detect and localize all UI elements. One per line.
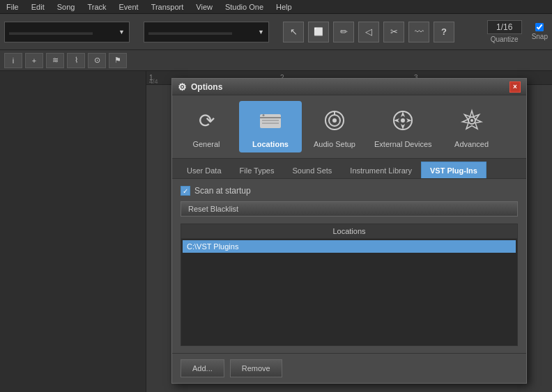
- scan-at-startup-row: ✓ Scan at startup: [181, 186, 518, 196]
- advanced-icon: [457, 105, 487, 136]
- options-dialog: ⚙ Options × ⟳ General: [171, 78, 527, 384]
- menu-track[interactable]: Track: [85, 1, 108, 13]
- toolbar: ▬▬▬▬▬▬▬▬▬▬ ▼ ▬▬▬▬▬▬▬▬▬▬ ▼ ↖ ⬜ ✏ ◁ ✂ 〰 ? …: [0, 14, 552, 50]
- waves-button[interactable]: ≋: [46, 53, 64, 68]
- timeline-area: 1 4/4 2 3 ⚙ Options × ⟳: [146, 71, 552, 392]
- dialog-body: ✓ Scan at startup Reset Blacklist Locati…: [172, 179, 526, 353]
- split-tool-button[interactable]: ✂: [383, 22, 404, 42]
- quantize-label: Quantize: [491, 36, 519, 43]
- pencil-tool-button[interactable]: ✏: [333, 22, 354, 42]
- dialog-close-button[interactable]: ×: [509, 81, 521, 93]
- nav-locations-label: Locations: [252, 140, 289, 148]
- menu-file[interactable]: File: [4, 1, 21, 13]
- remove-button[interactable]: Remove: [230, 359, 282, 377]
- nav-general-label: General: [192, 140, 220, 148]
- quantize-value[interactable]: 1/16: [487, 20, 522, 34]
- clock-button[interactable]: ⊙: [88, 53, 106, 68]
- external-devices-icon: [388, 105, 418, 136]
- dialog-tabs: User Data File Types Sound Sets Instrume…: [172, 158, 526, 179]
- location-item[interactable]: C:\VST Plugins: [183, 240, 516, 253]
- range-tool-button[interactable]: ⬜: [308, 22, 329, 42]
- options-icon: ⚙: [178, 81, 187, 93]
- menu-edit[interactable]: Edit: [29, 1, 47, 13]
- menu-song[interactable]: Song: [55, 1, 77, 13]
- tempo-dropdown[interactable]: ▬▬▬▬▬▬▬▬▬▬ ▼: [144, 22, 269, 42]
- nav-external-devices-label: External Devices: [374, 140, 432, 148]
- automation-button[interactable]: ⌇: [67, 53, 85, 68]
- main-area: 1 4/4 2 3 ⚙ Options × ⟳: [0, 71, 552, 392]
- nav-general[interactable]: ⟳ General: [175, 101, 238, 152]
- nav-external-devices[interactable]: External Devices: [367, 101, 439, 152]
- svg-rect-1: [260, 117, 281, 118]
- menu-bar: File Edit Song Track Event Transport Vie…: [0, 0, 552, 14]
- tab-file-types[interactable]: File Types: [231, 162, 284, 178]
- svg-rect-3: [262, 123, 279, 124]
- nav-locations[interactable]: Locations: [239, 101, 302, 152]
- menu-studio-one[interactable]: Studio One: [223, 1, 266, 13]
- svg-point-12: [470, 119, 473, 122]
- add-track-button[interactable]: +: [25, 53, 43, 68]
- tempo-dropdown-arrow: ▼: [258, 29, 264, 36]
- svg-rect-2: [262, 120, 279, 121]
- tab-vst-plugins[interactable]: VST Plug-Ins: [421, 162, 486, 178]
- menu-view[interactable]: View: [194, 1, 215, 13]
- dialog-title-area: ⚙ Options: [178, 81, 222, 93]
- tab-sound-sets[interactable]: Sound Sets: [283, 162, 341, 178]
- nav-advanced[interactable]: Advanced: [440, 101, 503, 152]
- locations-section: Locations C:\VST Plugins: [181, 224, 518, 346]
- tab-instrument-library[interactable]: Instrument Library: [341, 162, 421, 178]
- song-dropdown-value: ▬▬▬▬▬▬▬▬▬▬: [9, 27, 93, 37]
- scan-at-startup-checkbox[interactable]: ✓: [181, 186, 190, 196]
- info-button[interactable]: i: [4, 53, 22, 68]
- locations-list[interactable]: C:\VST Plugins: [181, 238, 518, 346]
- help-tool-button[interactable]: ?: [434, 22, 454, 42]
- marker-button[interactable]: ⚑: [109, 53, 127, 68]
- reset-blacklist-button[interactable]: Reset Blacklist: [181, 201, 518, 217]
- tab-user-data[interactable]: User Data: [178, 162, 231, 178]
- nav-audio-setup[interactable]: Audio Setup: [303, 101, 366, 152]
- snap-checkbox[interactable]: [535, 23, 544, 31]
- eraser-tool-button[interactable]: ◁: [358, 22, 379, 42]
- menu-transport[interactable]: Transport: [149, 1, 186, 13]
- dialog-titlebar: ⚙ Options ×: [172, 79, 526, 95]
- locations-header: Locations: [181, 224, 518, 238]
- dialog-overlay: ⚙ Options × ⟳ General: [146, 71, 552, 392]
- dialog-footer: Add... Remove: [172, 353, 526, 383]
- song-dropdown[interactable]: ▬▬▬▬▬▬▬▬▬▬ ▼: [4, 22, 130, 42]
- svg-point-7: [332, 118, 337, 123]
- mute-tool-button[interactable]: 〰: [408, 22, 429, 42]
- locations-icon: [255, 105, 286, 136]
- general-icon: ⟳: [191, 105, 222, 136]
- nav-advanced-label: Advanced: [454, 140, 489, 148]
- add-button[interactable]: Add...: [181, 359, 224, 377]
- track-sidebar: [0, 71, 146, 392]
- svg-point-4: [263, 114, 265, 116]
- nav-audio-setup-label: Audio Setup: [314, 140, 355, 148]
- track-toolbar: i + ≋ ⌇ ⊙ ⚑: [0, 50, 552, 71]
- select-tool-button[interactable]: ↖: [283, 22, 304, 42]
- svg-point-10: [401, 118, 405, 123]
- quantize-area: 1/16 Quantize Snap: [487, 20, 548, 43]
- menu-event[interactable]: Event: [117, 1, 141, 13]
- tempo-dropdown-value: ▬▬▬▬▬▬▬▬▬▬: [148, 27, 232, 37]
- scan-at-startup-label: Scan at startup: [194, 186, 251, 196]
- menu-help[interactable]: Help: [274, 1, 294, 13]
- audio-setup-icon: [319, 105, 350, 136]
- snap-label: Snap: [532, 33, 548, 40]
- song-dropdown-arrow: ▼: [118, 29, 125, 36]
- dialog-title-text: Options: [191, 82, 222, 92]
- dialog-nav: ⟳ General Loc: [172, 95, 526, 158]
